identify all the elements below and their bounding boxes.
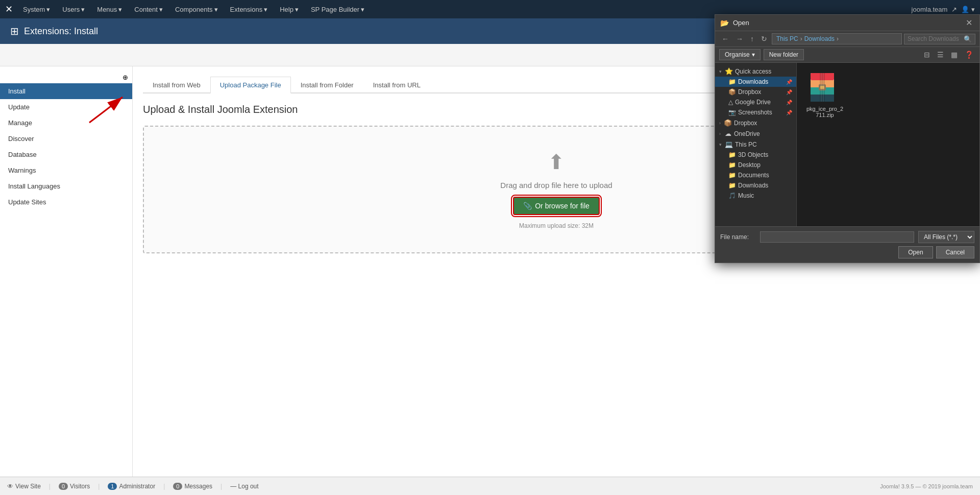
- downloads-folder-icon: 📁: [728, 182, 736, 189]
- dialog-titlebar: 📂 Open ✕: [715, 15, 979, 31]
- tab-install-folder[interactable]: Install from Folder: [291, 77, 363, 93]
- nav-users[interactable]: Users ▾: [57, 0, 90, 18]
- upload-limit: Maximum upload size: 32M: [519, 222, 594, 229]
- google-drive-icon: △: [728, 99, 733, 106]
- nav-sp-page-builder[interactable]: SP Page Builder ▾: [306, 0, 370, 18]
- ds-dropbox-root[interactable]: › 📦 Dropbox: [715, 117, 796, 128]
- dialog-files-area: pkg_ice_pro_2711.zip: [797, 63, 979, 226]
- ds-downloads-pc[interactable]: 📁 Downloads: [715, 180, 796, 191]
- ds-screenshots[interactable]: 📷 Screenshots 📌: [715, 107, 796, 117]
- documents-icon: 📁: [728, 172, 736, 179]
- breadcrumb-downloads[interactable]: Downloads: [804, 35, 835, 42]
- new-folder-button[interactable]: New folder: [764, 49, 804, 60]
- chevron-down-icon: ▾: [719, 69, 722, 74]
- file-name: pkg_ice_pro_2711.zip: [805, 106, 845, 118]
- dialog-toolbar: Organise ▾ New folder ⊟ ☰ ▦ ❓: [715, 47, 979, 63]
- sidebar-item-discover[interactable]: Discover: [0, 131, 132, 147]
- back-button[interactable]: ←: [719, 34, 731, 44]
- pin-icon: 📌: [786, 79, 792, 85]
- onedrive-icon: ☁: [724, 130, 732, 137]
- ds-dropbox-qa[interactable]: 📦 Dropbox 📌: [715, 87, 796, 97]
- sidebar-toggle[interactable]: ⊕: [0, 72, 132, 83]
- sidebar-item-database[interactable]: Database: [0, 147, 132, 162]
- file-dialog: 📂 Open ✕ ← → ↑ ↻ This PC › Downloads › 🔍: [715, 14, 980, 263]
- organise-button[interactable]: Organise ▾: [719, 49, 761, 60]
- dialog-body: ▾ ⭐ Quick access 📁 Downloads 📌 📦 Dropbox…: [715, 63, 979, 226]
- ds-music[interactable]: 🎵 Music: [715, 191, 796, 201]
- ds-downloads[interactable]: 📁 Downloads 📌: [715, 77, 796, 87]
- ds-google-drive[interactable]: △ Google Drive 📌: [715, 97, 796, 107]
- filename-input[interactable]: [760, 231, 914, 243]
- open-button[interactable]: Open: [898, 246, 933, 258]
- user-area: joomla.team ↗ 👤 ▾: [912, 6, 975, 13]
- ds-quick-access[interactable]: ▾ ⭐ Quick access: [715, 66, 796, 77]
- music-icon: 🎵: [728, 192, 736, 199]
- forward-button[interactable]: →: [733, 34, 746, 44]
- svg-rect-7: [820, 86, 824, 89]
- breadcrumb-thispc[interactable]: This PC: [776, 35, 798, 42]
- screenshots-icon: 📷: [728, 109, 736, 116]
- desktop-icon: 📁: [728, 161, 736, 169]
- username[interactable]: joomla.team: [912, 6, 948, 13]
- extensions-icon: ⊞: [10, 25, 19, 37]
- user-icon[interactable]: 👤 ▾: [961, 6, 975, 13]
- refresh-button[interactable]: ↻: [758, 34, 770, 44]
- sidebar-item-update[interactable]: Update: [0, 99, 132, 115]
- ds-onedrive[interactable]: › ☁ OneDrive: [715, 128, 796, 139]
- ds-3d-objects[interactable]: 📁 3D Objects: [715, 150, 796, 160]
- zip-file-icon: [808, 71, 841, 104]
- joomla-logo: ✕: [5, 4, 13, 15]
- star-icon: ⭐: [725, 67, 733, 75]
- view-icons-button[interactable]: ⊟: [922, 51, 932, 59]
- organise-arrow-icon: ▾: [752, 51, 755, 58]
- nav-menus[interactable]: Menus ▾: [92, 0, 127, 18]
- search-icon: 🔍: [964, 35, 972, 43]
- tab-install-url[interactable]: Install from URL: [363, 77, 430, 93]
- dialog-sidebar: ▾ ⭐ Quick access 📁 Downloads 📌 📦 Dropbox…: [715, 63, 797, 226]
- nav-content[interactable]: Content ▾: [129, 0, 168, 18]
- dialog-close-button[interactable]: ✕: [964, 18, 974, 28]
- sidebar-item-install-languages[interactable]: Install Languages: [0, 178, 132, 194]
- search-box: 🔍: [904, 34, 975, 44]
- view-details-button[interactable]: ▦: [949, 51, 960, 59]
- folder-icon: 📁: [728, 78, 736, 85]
- cancel-button[interactable]: Cancel: [936, 246, 974, 258]
- footer-buttons: Open Cancel: [720, 246, 974, 258]
- sidebar: ⊕ Install Update Manage Discover Databas…: [0, 66, 133, 477]
- up-button[interactable]: ↑: [748, 34, 756, 44]
- dialog-title: Open: [733, 19, 960, 27]
- view-list-button[interactable]: ☰: [935, 51, 946, 59]
- nav-components[interactable]: Components ▾: [170, 0, 223, 18]
- filetype-select[interactable]: All Files (*.*): [918, 231, 974, 243]
- drop-text: Drag and drop file here to upload: [500, 181, 612, 190]
- nav-help[interactable]: Help ▾: [275, 0, 304, 18]
- chevron-right-onedrive-icon: ›: [719, 131, 721, 136]
- chevron-right-icon: ›: [719, 121, 721, 126]
- file-item[interactable]: pkg_ice_pro_2711.zip: [802, 68, 848, 121]
- dialog-footer: File name: All Files (*.*) Open Cancel: [715, 226, 979, 263]
- pin-icon-dropbox: 📌: [786, 89, 792, 95]
- address-path[interactable]: This PC › Downloads ›: [772, 33, 902, 44]
- tab-install-web[interactable]: Install from Web: [143, 77, 210, 93]
- sidebar-item-manage[interactable]: Manage: [0, 115, 132, 131]
- dropbox-root-icon: 📦: [724, 119, 732, 127]
- nav-extensions[interactable]: Extensions ▾: [225, 0, 273, 18]
- sidebar-item-install[interactable]: Install: [0, 83, 132, 99]
- ds-documents[interactable]: 📁 Documents: [715, 170, 796, 180]
- dialog-icon: 📂: [720, 19, 729, 27]
- pin-icon-gdrive: 📌: [786, 100, 792, 105]
- external-link-icon: ↗: [951, 6, 957, 13]
- ds-desktop[interactable]: 📁 Desktop: [715, 160, 796, 170]
- browse-icon: 📎: [523, 202, 532, 210]
- search-input[interactable]: [908, 35, 964, 42]
- help-button[interactable]: ❓: [963, 51, 975, 59]
- nav-system[interactable]: System ▾: [18, 0, 55, 18]
- ds-this-pc[interactable]: ▾ 💻 This PC: [715, 139, 796, 150]
- sidebar-item-update-sites[interactable]: Update Sites: [0, 194, 132, 210]
- filename-label: File name:: [720, 233, 756, 241]
- tab-upload-package[interactable]: Upload Package File: [210, 77, 291, 93]
- sidebar-item-warnings[interactable]: Warnings: [0, 162, 132, 178]
- dialog-address-bar: ← → ↑ ↻ This PC › Downloads › 🔍: [715, 31, 979, 47]
- chevron-down-thispc-icon: ▾: [719, 142, 722, 147]
- browse-for-file-button[interactable]: 📎 Or browse for file: [513, 197, 600, 215]
